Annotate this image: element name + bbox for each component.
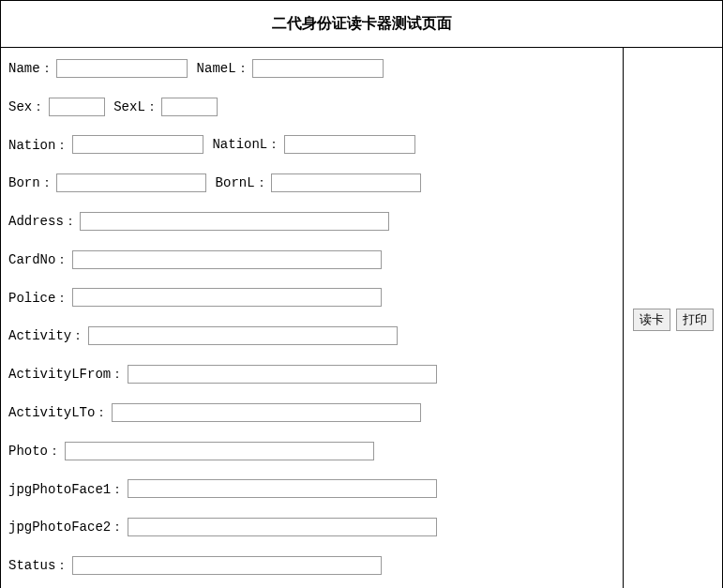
- bornl-label: BornL：: [216, 175, 268, 190]
- photo-input[interactable]: [65, 442, 374, 460]
- row-cardno: CardNo：: [8, 249, 615, 270]
- page-title: 二代身份证读卡器测试页面: [1, 1, 722, 48]
- activitylto-label: ActivityLTo：: [8, 405, 108, 420]
- body-row: Name： NameL： Sex： SexL： Nation： NationL：…: [1, 48, 722, 588]
- jpgphotoface1-label: jpgPhotoFace1：: [8, 481, 124, 496]
- born-input[interactable]: [56, 173, 206, 192]
- police-input[interactable]: [72, 288, 382, 307]
- sexl-input[interactable]: [161, 98, 218, 116]
- row-activitylto: ActivityLTo：: [8, 401, 615, 423]
- cardno-label: CardNo：: [8, 252, 68, 267]
- form-column: Name： NameL： Sex： SexL： Nation： NationL：…: [1, 48, 624, 588]
- status-label: Status：: [8, 558, 68, 573]
- row-address: Address：: [8, 210, 615, 232]
- bornl-input[interactable]: [271, 173, 421, 192]
- nationl-label: NationL：: [212, 137, 280, 152]
- activity-label: Activity：: [8, 328, 84, 343]
- namel-label: NameL：: [197, 61, 249, 76]
- name-label: Name：: [8, 61, 53, 76]
- nation-input[interactable]: [72, 135, 203, 154]
- address-label: Address：: [8, 214, 77, 229]
- cardno-input[interactable]: [72, 250, 382, 269]
- row-born: Born： BornL：: [8, 172, 615, 193]
- activitylto-input[interactable]: [112, 403, 421, 422]
- address-input[interactable]: [80, 212, 389, 231]
- row-photo: Photo：: [8, 440, 615, 461]
- row-jpgphotoface2: jpgPhotoFace2：: [8, 516, 615, 537]
- sex-input[interactable]: [49, 98, 105, 116]
- jpgphotoface2-input[interactable]: [128, 518, 437, 536]
- photo-label: Photo：: [8, 444, 61, 459]
- row-jpgphotoface1: jpgPhotoFace1：: [8, 478, 615, 500]
- sex-label: Sex：: [8, 99, 45, 114]
- print-button[interactable]: 打印: [676, 309, 714, 331]
- app-container: 二代身份证读卡器测试页面 Name： NameL： Sex： SexL： Nat…: [0, 0, 723, 588]
- row-police: Police：: [8, 287, 615, 309]
- jpgphotoface2-label: jpgPhotoFace2：: [8, 520, 124, 535]
- read-card-button[interactable]: 读卡: [633, 309, 670, 331]
- status-input[interactable]: [72, 556, 382, 575]
- row-activitylfrom: ActivityLFrom：: [8, 363, 615, 384]
- row-nation: Nation： NationL：: [8, 134, 615, 156]
- activitylfrom-input[interactable]: [128, 365, 437, 384]
- name-input[interactable]: [56, 59, 188, 78]
- sexl-label: SexL：: [113, 99, 158, 114]
- activity-input[interactable]: [88, 326, 398, 345]
- nationl-input[interactable]: [284, 135, 415, 154]
- nation-label: Nation：: [8, 137, 68, 152]
- row-name: Name： NameL：: [8, 57, 615, 79]
- police-label: Police：: [8, 290, 68, 305]
- namel-input[interactable]: [252, 59, 384, 78]
- activitylfrom-label: ActivityLFrom：: [8, 367, 124, 382]
- jpgphotoface1-input[interactable]: [128, 479, 437, 498]
- row-sex: Sex： SexL：: [8, 96, 615, 117]
- row-activity: Activity：: [8, 324, 615, 346]
- row-status: Status：: [8, 554, 615, 576]
- born-label: Born：: [8, 175, 53, 190]
- action-column: 读卡 打印: [624, 48, 722, 588]
